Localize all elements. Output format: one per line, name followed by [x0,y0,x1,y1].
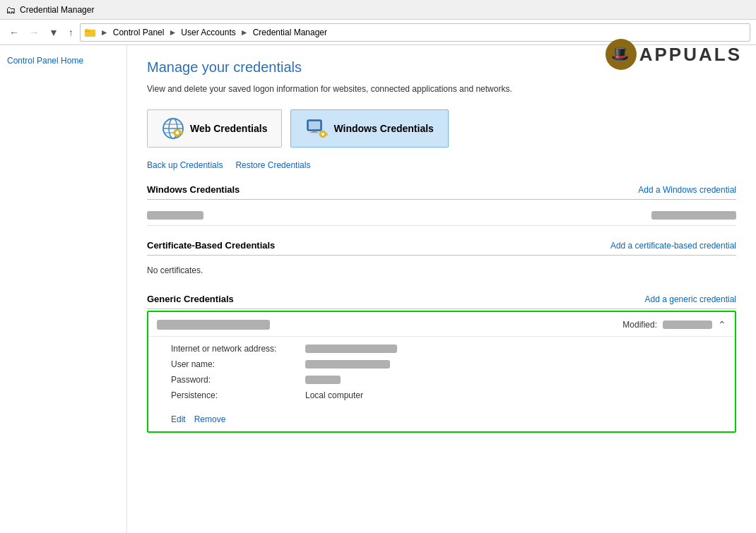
certificate-credentials-section: Certificate-Based Credentials Add a cert… [147,240,736,280]
web-credentials-button[interactable]: Web Credentials [147,109,282,148]
svg-rect-19 [327,135,329,136]
modified-date-blur [663,321,712,329]
persistence-label: Persistence: [171,390,305,400]
internet-address-row: Internet or network address: [171,344,723,354]
page-description: View and delete your saved logon informa… [147,83,736,95]
username-label: User name: [171,359,305,369]
windows-credentials-button[interactable]: Windows Credentials [290,109,448,148]
generic-cred-details: Internet or network address: User name: … [148,337,735,410]
windows-cred-name-blur [147,211,203,220]
svg-rect-18 [325,133,328,135]
internet-address-value-blur [305,345,397,353]
windows-cred-value-blur [651,211,736,220]
svg-point-17 [321,133,325,136]
title-bar-title: Credential Manager [20,5,94,15]
generic-credentials-title: Generic Credentials [147,294,234,304]
certificate-credentials-header: Certificate-Based Credentials Add a cert… [147,240,736,256]
breadcrumb-user-accounts[interactable]: User Accounts [181,28,235,37]
svg-point-9 [175,131,179,135]
certificate-credentials-title: Certificate-Based Credentials [147,240,275,251]
watermark-text: APPUALS [639,44,742,66]
persistence-value: Local computer [305,390,363,400]
breadcrumb-sep-1: ► [168,28,177,37]
generic-cred-title-blur [157,320,270,330]
breadcrumb-credential-manager: Credential Manager [253,28,327,37]
sidebar: Control Panel Home [0,45,127,533]
generic-credentials-section: Generic Credentials Add a generic creden… [147,294,736,433]
title-bar-icon: 🗂 [6,4,16,16]
windows-credentials-section-title: Windows Credentials [147,184,240,195]
generic-cred-actions: Edit Remove [148,410,735,431]
collapse-button[interactable]: ⌃ [718,319,726,330]
username-row: User name: [171,359,723,369]
generic-credential-item: Modified: ⌃ Internet or network address:… [147,311,736,433]
backup-credentials-link[interactable]: Back up Credentials [147,160,223,170]
svg-rect-2 [85,29,89,31]
add-generic-credential-link[interactable]: Add a generic credential [645,294,736,304]
up-button[interactable]: ↑ [65,24,77,41]
windows-credentials-label: Windows Credentials [333,123,433,134]
svg-rect-11 [182,133,183,135]
title-bar: 🗂 Credential Manager [0,0,756,20]
breadcrumb-sep-2: ► [240,28,249,37]
action-links: Back up Credentials Restore Credentials [147,160,736,170]
username-value-blur [305,360,390,369]
path-sep: ► [100,28,109,37]
svg-rect-10 [179,132,183,133]
add-certificate-credential-link[interactable]: Add a certificate-based credential [610,241,736,251]
generic-cred-modified: Modified: ⌃ [622,319,726,330]
breadcrumb-control-panel[interactable]: Control Panel [113,28,165,37]
windows-credentials-section: Windows Credentials Add a Windows creden… [147,184,736,226]
remove-credential-link[interactable]: Remove [194,414,226,424]
password-row: Password: [171,375,723,385]
add-windows-credential-link[interactable]: Add a Windows credential [638,185,736,195]
watermark: 🎩 APPUALS [606,39,742,70]
generic-credential-item-header[interactable]: Modified: ⌃ [148,312,735,337]
back-button[interactable]: ← [6,24,23,41]
control-panel-home-link[interactable]: Control Panel Home [7,54,119,68]
svg-rect-13 [309,121,320,129]
forward-button[interactable]: → [25,24,42,41]
web-credentials-icon [162,117,184,140]
web-credentials-label: Web Credentials [190,123,267,134]
credential-type-row: Web Credentials Windows Credentials [147,109,736,148]
content-panel: Manage your credentials View and delete … [127,45,756,533]
dropdown-button[interactable]: ▼ [45,24,62,41]
restore-credentials-link[interactable]: Restore Credentials [235,160,310,170]
windows-credentials-icon [305,117,328,140]
internet-address-label: Internet or network address: [171,344,305,354]
persistence-row: Persistence: Local computer [171,390,723,400]
no-certificates-text: No certificates. [147,261,736,280]
password-label: Password: [171,375,305,385]
main-content: Control Panel Home Manage your credentia… [0,45,756,533]
edit-credential-link[interactable]: Edit [171,414,186,424]
windows-credentials-header: Windows Credentials Add a Windows creden… [147,184,736,200]
watermark-icon: 🎩 [606,39,637,70]
generic-credentials-header: Generic Credentials Add a generic creden… [147,294,736,309]
path-icon [85,27,96,38]
windows-credential-row [147,205,736,226]
svg-rect-15 [310,132,319,133]
password-value-blur [305,376,341,384]
modified-label: Modified: [622,320,657,330]
